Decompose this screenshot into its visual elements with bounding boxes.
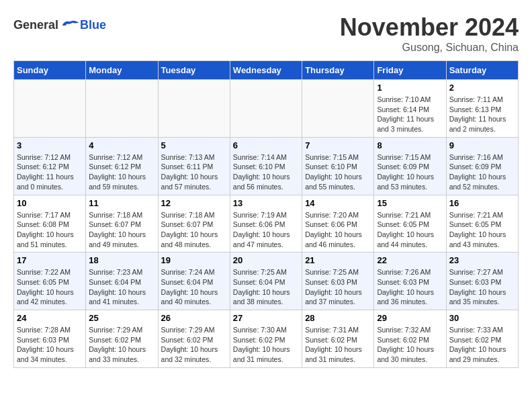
day-info: Sunrise: 7:10 AMSunset: 6:14 PMDaylight:…: [377, 95, 443, 134]
day-number: 8: [377, 140, 443, 150]
day-info: Sunrise: 7:29 AMSunset: 6:02 PMDaylight:…: [161, 325, 227, 365]
day-number: 30: [449, 313, 515, 323]
header-monday: Monday: [86, 61, 158, 80]
table-row: [86, 80, 158, 138]
calendar-table: Sunday Monday Tuesday Wednesday Thursday…: [13, 60, 519, 368]
day-number: 19: [161, 255, 227, 265]
table-row: 2Sunrise: 7:11 AMSunset: 6:13 PMDaylight…: [446, 80, 518, 138]
header-thursday: Thursday: [302, 61, 374, 80]
day-info: Sunrise: 7:25 AMSunset: 6:04 PMDaylight:…: [233, 267, 299, 307]
table-row: [14, 80, 86, 138]
table-row: 30Sunrise: 7:33 AMSunset: 6:02 PMDayligh…: [446, 310, 518, 368]
table-row: 14Sunrise: 7:20 AMSunset: 6:06 PMDayligh…: [302, 195, 374, 253]
header-saturday: Saturday: [446, 61, 518, 80]
day-info: Sunrise: 7:13 AMSunset: 6:11 PMDaylight:…: [161, 152, 227, 192]
table-row: 6Sunrise: 7:14 AMSunset: 6:10 PMDaylight…: [230, 137, 302, 195]
week-row-1: 1Sunrise: 7:10 AMSunset: 6:14 PMDaylight…: [14, 80, 519, 138]
table-row: 9Sunrise: 7:16 AMSunset: 6:09 PMDaylight…: [446, 137, 518, 195]
day-number: 3: [17, 140, 83, 150]
table-row: 23Sunrise: 7:27 AMSunset: 6:03 PMDayligh…: [446, 253, 518, 310]
day-info: Sunrise: 7:31 AMSunset: 6:02 PMDaylight:…: [305, 325, 371, 365]
day-info: Sunrise: 7:29 AMSunset: 6:02 PMDaylight:…: [89, 325, 154, 365]
day-info: Sunrise: 7:15 AMSunset: 6:09 PMDaylight:…: [377, 152, 443, 192]
day-info: Sunrise: 7:33 AMSunset: 6:02 PMDaylight:…: [449, 325, 515, 365]
table-row: 8Sunrise: 7:15 AMSunset: 6:09 PMDaylight…: [374, 137, 446, 195]
logo-general: General: [13, 18, 58, 32]
day-number: 10: [17, 198, 83, 208]
day-info: Sunrise: 7:26 AMSunset: 6:03 PMDaylight:…: [377, 267, 443, 307]
day-info: Sunrise: 7:32 AMSunset: 6:02 PMDaylight:…: [377, 325, 443, 365]
week-row-5: 24Sunrise: 7:28 AMSunset: 6:03 PMDayligh…: [14, 310, 519, 368]
logo-bird-icon: [60, 17, 80, 34]
table-row: 13Sunrise: 7:19 AMSunset: 6:06 PMDayligh…: [230, 195, 302, 253]
day-number: 9: [449, 140, 515, 150]
table-row: [302, 80, 374, 138]
day-info: Sunrise: 7:24 AMSunset: 6:04 PMDaylight:…: [161, 267, 227, 307]
week-row-3: 10Sunrise: 7:17 AMSunset: 6:08 PMDayligh…: [14, 195, 519, 253]
title-section: November 2024 Gusong, Sichuan, China: [340, 13, 519, 54]
day-number: 12: [161, 198, 227, 208]
day-info: Sunrise: 7:30 AMSunset: 6:02 PMDaylight:…: [233, 325, 299, 365]
table-row: 16Sunrise: 7:21 AMSunset: 6:05 PMDayligh…: [446, 195, 518, 253]
table-row: [230, 80, 302, 138]
day-number: 18: [89, 255, 154, 265]
day-info: Sunrise: 7:22 AMSunset: 6:05 PMDaylight:…: [17, 267, 83, 307]
table-row: 11Sunrise: 7:18 AMSunset: 6:07 PMDayligh…: [86, 195, 158, 253]
day-info: Sunrise: 7:12 AMSunset: 6:12 PMDaylight:…: [89, 152, 154, 192]
table-row: 25Sunrise: 7:29 AMSunset: 6:02 PMDayligh…: [86, 310, 158, 368]
logo-blue: Blue: [80, 18, 106, 32]
day-number: 7: [305, 140, 371, 150]
table-row: 10Sunrise: 7:17 AMSunset: 6:08 PMDayligh…: [14, 195, 86, 253]
day-number: 21: [305, 255, 371, 265]
table-row: 15Sunrise: 7:21 AMSunset: 6:05 PMDayligh…: [374, 195, 446, 253]
day-number: 11: [89, 198, 154, 208]
table-row: 28Sunrise: 7:31 AMSunset: 6:02 PMDayligh…: [302, 310, 374, 368]
day-info: Sunrise: 7:18 AMSunset: 6:07 PMDaylight:…: [89, 210, 154, 250]
table-row: 3Sunrise: 7:12 AMSunset: 6:12 PMDaylight…: [14, 137, 86, 195]
table-row: 29Sunrise: 7:32 AMSunset: 6:02 PMDayligh…: [374, 310, 446, 368]
day-info: Sunrise: 7:16 AMSunset: 6:09 PMDaylight:…: [449, 152, 515, 192]
day-info: Sunrise: 7:18 AMSunset: 6:07 PMDaylight:…: [161, 210, 227, 250]
day-number: 6: [233, 140, 299, 150]
day-number: 16: [449, 198, 515, 208]
calendar-title: November 2024: [340, 13, 519, 42]
day-number: 17: [17, 255, 83, 265]
week-row-2: 3Sunrise: 7:12 AMSunset: 6:12 PMDaylight…: [14, 137, 519, 195]
header-tuesday: Tuesday: [158, 61, 230, 80]
day-info: Sunrise: 7:23 AMSunset: 6:04 PMDaylight:…: [89, 267, 154, 307]
week-row-4: 17Sunrise: 7:22 AMSunset: 6:05 PMDayligh…: [14, 253, 519, 310]
calendar-subtitle: Gusong, Sichuan, China: [340, 42, 519, 54]
table-row: 27Sunrise: 7:30 AMSunset: 6:02 PMDayligh…: [230, 310, 302, 368]
table-row: 1Sunrise: 7:10 AMSunset: 6:14 PMDaylight…: [374, 80, 446, 138]
day-info: Sunrise: 7:14 AMSunset: 6:10 PMDaylight:…: [233, 152, 299, 192]
day-info: Sunrise: 7:19 AMSunset: 6:06 PMDaylight:…: [233, 210, 299, 250]
day-info: Sunrise: 7:12 AMSunset: 6:12 PMDaylight:…: [17, 152, 83, 192]
day-number: 14: [305, 198, 371, 208]
day-number: 28: [305, 313, 371, 323]
table-row: 7Sunrise: 7:15 AMSunset: 6:10 PMDaylight…: [302, 137, 374, 195]
calendar-header-row: Sunday Monday Tuesday Wednesday Thursday…: [14, 61, 519, 80]
day-info: Sunrise: 7:21 AMSunset: 6:05 PMDaylight:…: [377, 210, 443, 250]
table-row: [158, 80, 230, 138]
day-number: 27: [233, 313, 299, 323]
header-wednesday: Wednesday: [230, 61, 302, 80]
day-info: Sunrise: 7:11 AMSunset: 6:13 PMDaylight:…: [449, 95, 515, 134]
table-row: 5Sunrise: 7:13 AMSunset: 6:11 PMDaylight…: [158, 137, 230, 195]
day-number: 20: [233, 255, 299, 265]
day-info: Sunrise: 7:21 AMSunset: 6:05 PMDaylight:…: [449, 210, 515, 250]
table-row: 18Sunrise: 7:23 AMSunset: 6:04 PMDayligh…: [86, 253, 158, 310]
day-number: 2: [449, 83, 515, 93]
table-row: 19Sunrise: 7:24 AMSunset: 6:04 PMDayligh…: [158, 253, 230, 310]
header-friday: Friday: [374, 61, 446, 80]
table-row: 21Sunrise: 7:25 AMSunset: 6:03 PMDayligh…: [302, 253, 374, 310]
day-number: 1: [377, 83, 443, 93]
day-info: Sunrise: 7:27 AMSunset: 6:03 PMDaylight:…: [449, 267, 515, 307]
table-row: 4Sunrise: 7:12 AMSunset: 6:12 PMDaylight…: [86, 137, 158, 195]
day-info: Sunrise: 7:28 AMSunset: 6:03 PMDaylight:…: [17, 325, 83, 365]
header-sunday: Sunday: [14, 61, 86, 80]
logo: General Blue: [13, 17, 106, 34]
table-row: 20Sunrise: 7:25 AMSunset: 6:04 PMDayligh…: [230, 253, 302, 310]
table-row: 12Sunrise: 7:18 AMSunset: 6:07 PMDayligh…: [158, 195, 230, 253]
day-info: Sunrise: 7:17 AMSunset: 6:08 PMDaylight:…: [17, 210, 83, 250]
table-row: 22Sunrise: 7:26 AMSunset: 6:03 PMDayligh…: [374, 253, 446, 310]
